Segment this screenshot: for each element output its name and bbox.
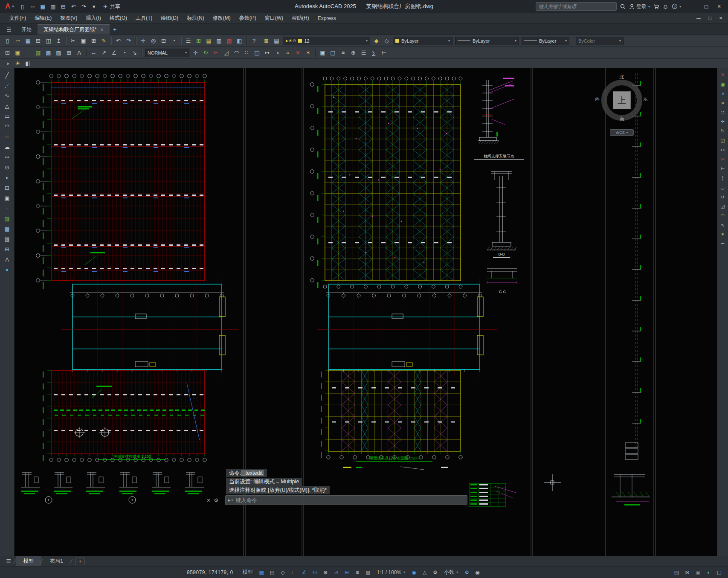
plot-icon[interactable]: ⊟ (33, 36, 43, 46)
file-tab-menu-icon[interactable]: ☰ (3, 24, 15, 35)
save-as-icon[interactable]: ▥ (48, 2, 58, 11)
zoom-previous-icon[interactable]: ◔ (169, 36, 179, 46)
line-icon[interactable]: ╱ (2, 70, 13, 80)
plot-icon[interactable]: ⊟ (58, 2, 68, 11)
plotstyle-combo[interactable]: ByColor ▾ (576, 37, 624, 45)
chamfer-icon[interactable]: ◿ (221, 48, 231, 58)
command-window[interactable]: 命令: _textedit 当前设置: 编辑模式 = Multiple 选择注释… (205, 469, 467, 505)
object-snap-tracking-icon[interactable]: ⊕ (320, 568, 331, 577)
multiline-text-icon[interactable]: A (74, 48, 84, 58)
array-icon[interactable]: ∷ (718, 107, 728, 117)
group-icon[interactable]: ▣ (318, 48, 328, 58)
list-icon[interactable]: ☰ (359, 48, 368, 58)
pan-icon[interactable]: ✛ (138, 36, 148, 46)
layer-properties-icon[interactable]: ≣ (261, 36, 271, 46)
command-caret-icon[interactable]: ▾ (232, 498, 233, 502)
sheet-set-manager-icon[interactable]: ▥ (214, 36, 224, 46)
insert-block-icon[interactable]: ⊡ (3, 48, 12, 58)
multileader-icon[interactable]: ↘ (130, 48, 139, 58)
properties-icon[interactable]: ☰ (718, 239, 728, 248)
layer-previous-icon[interactable]: ◇ (382, 36, 392, 46)
explode-icon[interactable]: ✶ (718, 229, 728, 239)
save-icon[interactable]: ▦ (38, 2, 48, 11)
erase-icon[interactable]: ✕ (718, 70, 728, 79)
linetype-combo[interactable]: ByLayer ▾ (455, 37, 519, 45)
block-editor-icon[interactable]: ◧ (235, 36, 244, 46)
menu-item-1[interactable]: 编辑(E) (30, 13, 56, 23)
lineweight-display-icon[interactable]: ≡ (352, 568, 363, 577)
properties-icon[interactable]: ☰ (183, 36, 193, 46)
layer-states-icon[interactable]: ▤ (272, 36, 281, 46)
grid-icon[interactable]: ▦ (256, 568, 267, 577)
open-file-icon[interactable]: ▱ (28, 2, 38, 11)
fillet-icon[interactable]: ◠ (718, 211, 728, 220)
menu-item-2[interactable]: 视图(V) (56, 13, 81, 23)
join-icon[interactable]: ∪ (718, 192, 728, 201)
signin-button[interactable]: 登录 ▾ (629, 3, 650, 10)
autocad-logo[interactable]: A (3, 2, 12, 11)
command-input[interactable] (236, 497, 464, 503)
command-close-icon[interactable]: ✕ (205, 497, 212, 503)
new-layout-button[interactable]: + (75, 558, 85, 565)
close-button[interactable]: ✕ (713, 1, 725, 12)
point-style-icon[interactable]: ∙ (23, 48, 33, 58)
qnew-icon[interactable]: ▯ (3, 36, 12, 46)
trim-icon[interactable]: ✂ (211, 48, 221, 58)
rotate-icon[interactable]: ↻ (718, 126, 728, 136)
fillet-icon[interactable]: ◠ (232, 48, 241, 58)
menu-item-5[interactable]: 工具(T) (131, 13, 157, 23)
break-icon[interactable]: ◡ (718, 183, 728, 192)
measure-icon[interactable]: ≡ (338, 48, 348, 58)
dim-radius-icon[interactable]: ◔ (119, 48, 129, 58)
color-combo[interactable]: ByLayer ▾ (393, 37, 452, 45)
make-object-layer-current-icon[interactable]: ◆ (371, 36, 381, 46)
new-file-icon[interactable]: ▯ (17, 2, 27, 11)
layer-on-icon[interactable]: ● (285, 38, 288, 43)
tab-start[interactable]: 开始 (15, 24, 38, 35)
viewcube-south-label[interactable]: 南 (601, 116, 642, 122)
doc-minimize-button[interactable]: — (693, 14, 704, 23)
mirror-icon[interactable]: ◑ (718, 89, 728, 98)
region-icon[interactable]: ▧ (2, 234, 13, 244)
plot-preview-icon[interactable]: ◫ (44, 36, 53, 46)
offset-icon[interactable]: ≈ (283, 48, 293, 58)
sun-light-icon[interactable]: ☀ (13, 59, 23, 68)
tab-close-icon[interactable]: ✕ (100, 27, 104, 32)
menu-item-7[interactable]: 标注(N) (183, 13, 209, 23)
materials-icon[interactable]: ◧ (23, 59, 33, 68)
match-properties-icon[interactable]: ✎ (99, 36, 109, 46)
menu-item-3[interactable]: 插入(I) (81, 13, 105, 23)
undo-icon[interactable]: ↶ (113, 36, 123, 46)
table-icon[interactable]: ⊞ (64, 48, 74, 58)
save-icon[interactable]: ▦ (23, 36, 33, 46)
hatch-icon[interactable]: ▨ (33, 48, 43, 58)
array-icon[interactable]: ∷ (242, 48, 252, 58)
stretch-icon[interactable]: ↦ (262, 48, 272, 58)
publish-icon[interactable]: ↥ (54, 36, 64, 46)
text-icon[interactable]: A (2, 254, 13, 264)
markup-icon[interactable]: ▨ (224, 36, 234, 46)
menu-item-4[interactable]: 格式(O) (105, 13, 131, 23)
extend-icon[interactable]: ⊢ (718, 164, 728, 173)
mirror-icon[interactable]: ◑ (273, 48, 282, 58)
menu-item-6[interactable]: 绘图(D) (157, 13, 183, 23)
dynamic-ucs-icon[interactable]: ⊿ (331, 568, 342, 577)
workspace-switching-icon[interactable]: ⚙ (461, 568, 472, 577)
arc-icon[interactable]: ◠ (2, 121, 13, 131)
viewcube-north-label[interactable]: 北 (601, 74, 642, 80)
point-icon[interactable]: ∙ (2, 203, 13, 213)
doc-restore-button[interactable]: ▢ (704, 14, 715, 23)
polygon-icon[interactable]: △ (2, 101, 13, 111)
distance-icon[interactable]: ⊢ (379, 48, 389, 58)
rectangle-icon[interactable]: ▭ (2, 111, 13, 121)
redo-icon[interactable]: ↷ (124, 36, 133, 46)
layer-lock-icon[interactable]: ⊖ (293, 38, 296, 43)
polyline-icon[interactable]: ∿ (2, 90, 13, 101)
units-combo[interactable]: 小数 ▾ (441, 568, 461, 577)
gradient-icon[interactable]: ▩ (2, 224, 13, 234)
notification-bell-icon[interactable] (663, 4, 668, 9)
annotation-scale-gear-icon[interactable]: ⚙ (430, 568, 441, 577)
annotation-monitor-icon[interactable]: ◉ (472, 568, 483, 577)
menu-item-10[interactable]: 窗口(W) (261, 13, 287, 23)
trim-icon[interactable]: ✂ (718, 154, 728, 164)
